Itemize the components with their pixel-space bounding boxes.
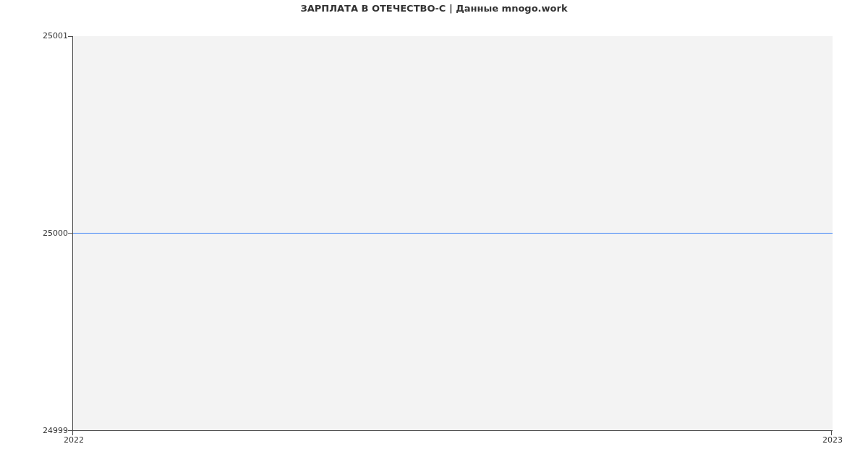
salary-chart: ЗАРПЛАТА В ОТЕЧЕСТВО-С | Данные mnogo.wo…	[0, 0, 868, 470]
x-tick-label: 2023	[822, 435, 843, 445]
y-tick-label: 24999	[3, 426, 68, 435]
plot-area	[72, 36, 833, 431]
chart-title: ЗАРПЛАТА В ОТЕЧЕСТВО-С | Данные mnogo.wo…	[0, 3, 868, 14]
y-tick-label: 25000	[3, 228, 68, 238]
y-tick-label: 25001	[3, 31, 68, 40]
x-tick-label: 2022	[64, 435, 84, 445]
series-line-salary	[73, 233, 833, 234]
